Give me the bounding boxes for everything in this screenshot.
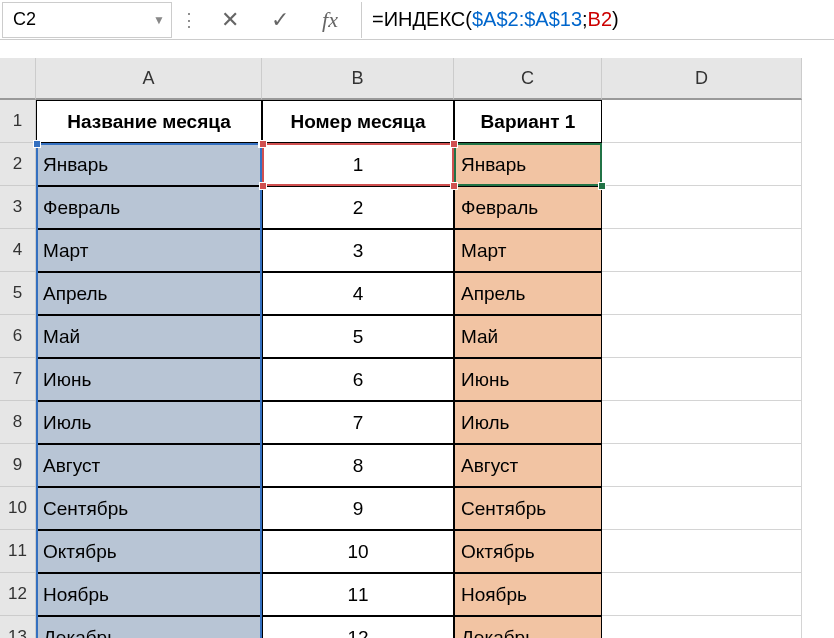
row-header-8[interactable]: 8	[0, 401, 36, 444]
row-9: 9 Август 8 Август	[0, 444, 834, 487]
range-handle-icon[interactable]	[259, 182, 267, 190]
row-10: 10 Сентябрь 9 Сентябрь	[0, 487, 834, 530]
cell-c6[interactable]: Май	[454, 315, 602, 358]
cell-d9[interactable]	[602, 444, 802, 487]
cell-c5[interactable]: Апрель	[454, 272, 602, 315]
cell-b1[interactable]: Номер месяца	[262, 100, 454, 143]
spreadsheet-grid: A B C D 1 Название месяца Номер месяца В…	[0, 58, 834, 638]
fill-handle-icon[interactable]	[598, 182, 606, 190]
cell-a3[interactable]: Февраль	[36, 186, 262, 229]
row-header-5[interactable]: 5	[0, 272, 36, 315]
cell-d13[interactable]	[602, 616, 802, 638]
cell-a6[interactable]: Май	[36, 315, 262, 358]
row-11: 11 Октябрь 10 Октябрь	[0, 530, 834, 573]
cell-b4[interactable]: 3	[262, 229, 454, 272]
row-header-2[interactable]: 2	[0, 143, 36, 186]
cell-d8[interactable]	[602, 401, 802, 444]
row-header-10[interactable]: 10	[0, 487, 36, 530]
cell-a2[interactable]: Январь	[36, 143, 262, 186]
cell-a7[interactable]: Июнь	[36, 358, 262, 401]
cell-c1[interactable]: Вариант 1	[454, 100, 602, 143]
cell-b12[interactable]: 11	[262, 573, 454, 616]
cell-d4[interactable]	[602, 229, 802, 272]
select-all-corner[interactable]	[0, 58, 36, 100]
row-8: 8 Июль 7 Июль	[0, 401, 834, 444]
x-icon: ✕	[221, 7, 239, 33]
cell-a9[interactable]: Август	[36, 444, 262, 487]
cell-c12[interactable]: Ноябрь	[454, 573, 602, 616]
cell-c11[interactable]: Октябрь	[454, 530, 602, 573]
cell-d5[interactable]	[602, 272, 802, 315]
row-13: 13 Декабрь 12 Декабрь	[0, 616, 834, 638]
cell-c2[interactable]: Январь	[454, 143, 602, 186]
col-header-d[interactable]: D	[602, 58, 802, 100]
col-header-c[interactable]: C	[454, 58, 602, 100]
cell-b5[interactable]: 4	[262, 272, 454, 315]
col-header-a[interactable]: A	[36, 58, 262, 100]
cell-c3[interactable]: Февраль	[454, 186, 602, 229]
cell-a12[interactable]: Ноябрь	[36, 573, 262, 616]
check-icon: ✓	[271, 7, 289, 33]
row-header-13[interactable]: 13	[0, 616, 36, 638]
cell-b11[interactable]: 10	[262, 530, 454, 573]
row-7: 7 Июнь 6 Июнь	[0, 358, 834, 401]
cell-d11[interactable]	[602, 530, 802, 573]
row-header-12[interactable]: 12	[0, 573, 36, 616]
row-6: 6 Май 5 Май	[0, 315, 834, 358]
cancel-formula-button[interactable]: ✕	[205, 2, 255, 38]
row-12: 12 Ноябрь 11 Ноябрь	[0, 573, 834, 616]
cell-c8[interactable]: Июль	[454, 401, 602, 444]
row-header-3[interactable]: 3	[0, 186, 36, 229]
cell-c9[interactable]: Август	[454, 444, 602, 487]
cell-d6[interactable]	[602, 315, 802, 358]
cell-b9[interactable]: 8	[262, 444, 454, 487]
formula-bar: C2 ▼ ⋮ ✕ ✓ fx =ИНДЕКС($A$2:$A$13;B2)	[0, 0, 834, 40]
cell-b7[interactable]: 6	[262, 358, 454, 401]
row-3: 3 Февраль 2 Февраль	[0, 186, 834, 229]
formula-input[interactable]: =ИНДЕКС($A$2:$A$13;B2)	[361, 2, 834, 38]
cell-d1[interactable]	[602, 100, 802, 143]
col-header-b[interactable]: B	[262, 58, 454, 100]
cell-d10[interactable]	[602, 487, 802, 530]
cell-c4[interactable]: Март	[454, 229, 602, 272]
cell-a10[interactable]: Сентябрь	[36, 487, 262, 530]
cell-d2[interactable]	[602, 143, 802, 186]
row-header-1[interactable]: 1	[0, 100, 36, 143]
cell-a4[interactable]: Март	[36, 229, 262, 272]
cell-c7[interactable]: Июнь	[454, 358, 602, 401]
name-box[interactable]: C2 ▼	[2, 2, 172, 38]
row-header-9[interactable]: 9	[0, 444, 36, 487]
cell-c13[interactable]: Декабрь	[454, 616, 602, 638]
cell-d7[interactable]	[602, 358, 802, 401]
cell-b10[interactable]: 9	[262, 487, 454, 530]
cell-d3[interactable]	[602, 186, 802, 229]
cell-a8[interactable]: Июль	[36, 401, 262, 444]
cell-b13[interactable]: 12	[262, 616, 454, 638]
accept-formula-button[interactable]: ✓	[255, 2, 305, 38]
range-handle-icon[interactable]	[259, 140, 267, 148]
row-header-7[interactable]: 7	[0, 358, 36, 401]
range-handle-icon[interactable]	[450, 182, 458, 190]
cell-b8[interactable]: 7	[262, 401, 454, 444]
row-header-11[interactable]: 11	[0, 530, 36, 573]
range-handle-icon[interactable]	[33, 140, 41, 148]
cell-a13[interactable]: Декабрь	[36, 616, 262, 638]
cell-d12[interactable]	[602, 573, 802, 616]
cell-b3[interactable]: 2	[262, 186, 454, 229]
fx-icon: fx	[322, 7, 338, 33]
insert-function-button[interactable]: fx	[305, 2, 355, 38]
row-header-4[interactable]: 4	[0, 229, 36, 272]
cell-a1[interactable]: Название месяца	[36, 100, 262, 143]
row-header-6[interactable]: 6	[0, 315, 36, 358]
row-4: 4 Март 3 Март	[0, 229, 834, 272]
row-2: 2 Январь 1 Январь	[0, 143, 834, 186]
cell-b6[interactable]: 5	[262, 315, 454, 358]
cell-c10[interactable]: Сентябрь	[454, 487, 602, 530]
formula-text: =ИНДЕКС(	[372, 8, 472, 31]
cell-a5[interactable]: Апрель	[36, 272, 262, 315]
name-box-dropdown-icon[interactable]: ▼	[153, 13, 165, 27]
cell-b2[interactable]: 1	[262, 143, 454, 186]
cell-a11[interactable]: Октябрь	[36, 530, 262, 573]
formula-bar-expand-icon[interactable]: ⋮	[174, 9, 205, 31]
range-handle-icon[interactable]	[450, 140, 458, 148]
